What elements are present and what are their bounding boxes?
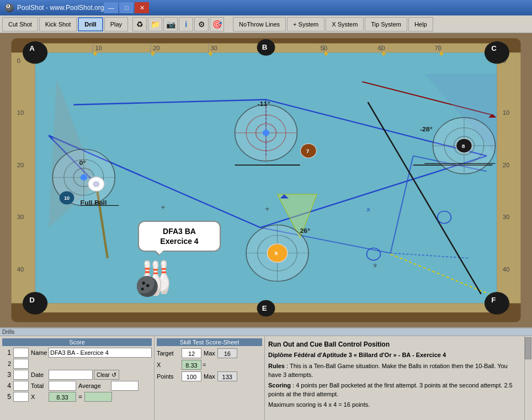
- help-button[interactable]: Help: [408, 17, 433, 31]
- table-icon-btn[interactable]: 🎯: [210, 17, 224, 31]
- row-num-1: 1: [2, 349, 11, 357]
- svg-text:9: 9: [374, 262, 377, 268]
- svg-text:40: 40: [503, 266, 510, 272]
- svg-text:+: +: [265, 205, 269, 212]
- skill-header: Skill Test Score-Sheet: [157, 338, 262, 346]
- points-label: Points: [157, 373, 182, 380]
- svg-text:0: 0: [17, 57, 20, 63]
- svg-text:+: +: [161, 203, 165, 211]
- camera-icon-btn[interactable]: 📷: [163, 17, 178, 31]
- average-input[interactable]: [111, 381, 139, 391]
- score-box-5: [13, 392, 29, 402]
- score-box-2: [13, 359, 29, 369]
- kick-shot-button[interactable]: Kick Shot: [39, 17, 77, 31]
- speech-line1: DFA3 BA: [163, 227, 196, 236]
- score-header: Score: [2, 338, 152, 346]
- name-input[interactable]: [49, 348, 152, 358]
- title-text: PoolShot - www.PoolShot.org: [17, 4, 104, 12]
- svg-text:40: 40: [17, 266, 24, 272]
- svg-text:-11°: -11°: [258, 100, 270, 107]
- skill-x-row: X 8.33 =: [157, 360, 262, 370]
- score-box-3: [13, 370, 29, 380]
- svg-text:70: 70: [435, 45, 442, 51]
- total-input[interactable]: [49, 381, 76, 391]
- folder-icon-btn[interactable]: 📁: [148, 17, 162, 31]
- table-svg: 0 10 20 30 40 50 60 70 80 0 10 20 30 40 …: [0, 33, 532, 327]
- bottom-content: Score 1 Name 2 3: [0, 336, 532, 420]
- description-panel[interactable]: Run Out and Cue Ball Control Position Di…: [265, 336, 532, 420]
- date-input[interactable]: [49, 370, 93, 380]
- x-row: 5 X 8.33 =: [2, 392, 152, 402]
- svg-text:20: 20: [503, 162, 510, 168]
- total-row: 4 Total Average: [2, 381, 152, 391]
- target-value: 12: [182, 348, 201, 358]
- play-button[interactable]: Play: [104, 17, 128, 31]
- score-box-1: [13, 348, 29, 358]
- svg-text:10: 10: [17, 110, 24, 116]
- no-throw-button[interactable]: NoThrow Lines: [233, 17, 286, 31]
- clear-label: Clear: [97, 372, 110, 378]
- plus-system-button[interactable]: + System: [287, 17, 324, 31]
- row-num-5: 5: [2, 393, 11, 401]
- clear-button[interactable]: Clear ↺: [94, 370, 119, 380]
- app-icon: 🎱: [4, 3, 14, 12]
- scoring-text: : 4 points per Ball pocketed at the firs…: [268, 382, 513, 398]
- svg-text:10: 10: [503, 110, 510, 116]
- svg-text:20: 20: [153, 45, 160, 51]
- target-label: Target: [157, 350, 182, 357]
- svg-rect-4: [12, 52, 35, 303]
- desc-max: Maximum scoring is 4 x 4 = 16 points.: [268, 400, 522, 410]
- svg-rect-5: [497, 52, 520, 303]
- skill-max-label: Max: [204, 350, 215, 357]
- points-max-label: Max: [204, 373, 215, 380]
- svg-text:26°: 26°: [300, 227, 311, 233]
- skill-points-row: Points 100 Max 133: [157, 371, 262, 381]
- row-num-3: 3: [2, 371, 11, 379]
- svg-text:B: B: [262, 44, 268, 51]
- date-label: Date: [31, 371, 46, 378]
- minimize-button[interactable]: —: [104, 2, 118, 13]
- table-area[interactable]: 0 10 20 30 40 50 60 70 80 0 10 20 30 40 …: [0, 33, 532, 327]
- tip-system-button[interactable]: Tip System: [365, 17, 407, 31]
- scrollbar-thumb[interactable]: [525, 337, 531, 359]
- row-num-4: 4: [2, 382, 11, 390]
- close-button[interactable]: ✕: [135, 2, 149, 13]
- svg-text:0°: 0°: [79, 160, 86, 166]
- svg-text:60: 60: [378, 45, 385, 51]
- name-row: 1 Name: [2, 348, 152, 358]
- scoring-label: Scoring: [268, 382, 291, 389]
- skill-target-row: Target 12 Max 16: [157, 348, 262, 358]
- average-label: Average: [78, 382, 109, 389]
- svg-text:F: F: [491, 297, 496, 304]
- cut-shot-button[interactable]: Cut Shot: [2, 17, 38, 31]
- skill-eq: =: [203, 361, 206, 368]
- info-icon-btn[interactable]: i: [179, 17, 193, 31]
- drills-label: Drills: [0, 328, 532, 336]
- settings-icon-btn[interactable]: ⚙: [194, 17, 209, 31]
- x-result2: [84, 392, 112, 402]
- toolbar: Cut Shot Kick Shot Drill Play ♻ 📁 📷 i ⚙ …: [0, 15, 532, 33]
- maximize-button[interactable]: □: [119, 2, 134, 13]
- svg-point-34: [23, 41, 47, 64]
- speech-bubble: DFA3 BA Exercice 4: [138, 221, 221, 252]
- drill-button[interactable]: Drill: [78, 17, 103, 31]
- x-system-button[interactable]: X System: [326, 17, 364, 31]
- desc-rules-line: Rules : This is a Ten-Ball Game situatio…: [268, 361, 522, 380]
- skill-x-result: 8.33: [182, 360, 201, 370]
- row-num-2: 2: [2, 360, 11, 367]
- svg-text:10: 10: [64, 196, 70, 201]
- x-label: X: [31, 394, 46, 400]
- mascot: 🎳: [132, 262, 174, 295]
- refresh-icon-btn[interactable]: ♻: [132, 17, 147, 31]
- bottom-panel: Drills Score 1 Name 2: [0, 327, 532, 420]
- rules-label: Rules: [268, 363, 285, 369]
- x-result: 8.33: [49, 392, 76, 402]
- skill-panel: Skill Test Score-Sheet Target 12 Max 16 …: [155, 336, 265, 420]
- score-row-2: 2: [2, 359, 152, 369]
- svg-text:30: 30: [17, 214, 24, 220]
- rules-text: : This is a Ten-Ball Game situation. Mak…: [268, 363, 508, 379]
- svg-text:8: 8: [462, 143, 465, 148]
- svg-point-37: [485, 292, 509, 315]
- scrollbar-track[interactable]: [524, 336, 532, 420]
- date-row: 3 Date Clear ↺: [2, 370, 152, 380]
